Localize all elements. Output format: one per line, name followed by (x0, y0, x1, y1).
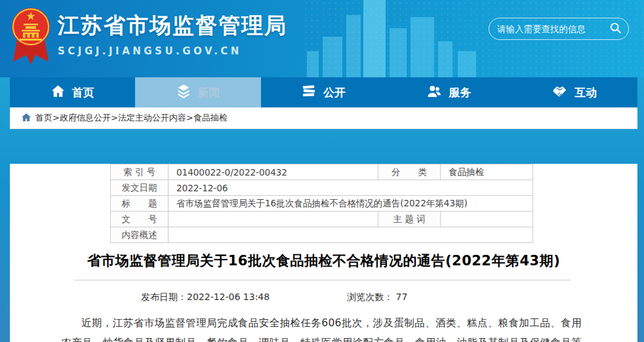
nav-item-label: 首页 (72, 85, 94, 100)
layers-icon (176, 84, 191, 102)
nav-item-services[interactable]: 服务 (386, 77, 512, 107)
meta-value-cell (441, 212, 533, 227)
search-icon (609, 22, 622, 36)
search-input[interactable] (497, 24, 609, 34)
site-url: SCJGJ.JIANGSU.GOV.CN (58, 45, 287, 57)
article-meta-row: 发布日期：2022-12-06 13:48 浏览次数： 77 (10, 292, 637, 303)
main-navigation: 首页 新闻 (10, 77, 637, 107)
city-skyline-decoration (307, 0, 491, 77)
meta-label-cell: 内容概述 (111, 227, 169, 243)
logo-text: 江苏省市场监督管理局 SCJGJ.JIANGSU.GOV.CN (58, 7, 287, 57)
national-emblem-icon (10, 7, 51, 68)
site-title: 江苏省市场监督管理局 (58, 11, 287, 41)
users-icon (427, 85, 441, 100)
search-box (489, 18, 629, 40)
article-body-paragraph: 近期，江苏省市场监督管理局完成食品安全抽检任务606批次，涉及蛋制品、酒类、糕点… (61, 313, 582, 342)
nav-item-label: 服务 (449, 85, 471, 100)
home-icon (51, 85, 65, 100)
nav-item-label: 公开 (323, 85, 346, 100)
table-row: 内容概述 (111, 227, 533, 243)
page: 江苏省市场监督管理局 SCJGJ.JIANGSU.GOV.CN (0, 0, 644, 342)
nav-item-label: 新闻 (198, 85, 220, 100)
meta-value-cell (169, 227, 533, 243)
books-icon (302, 85, 316, 100)
breadcrumb[interactable]: 首页>政府信息公开>法定主动公开内容>食品抽检 (35, 112, 228, 124)
handshake-icon (552, 85, 567, 100)
table-row: 索 引 号 01400022-0/2022-00432 分 类 食品抽检 (111, 164, 533, 180)
meta-value-cell: 2022-12-06 (169, 180, 533, 196)
meta-value-cell (169, 212, 378, 227)
table-row: 发文日期 2022-12-06 (111, 180, 533, 196)
page-title: 省市场监督管理局关于16批次食品抽检不合格情况的通告(2022年第43期) (10, 252, 637, 270)
nav-item-label: 互动 (574, 85, 597, 100)
meta-label-cell: 文 号 (111, 212, 169, 227)
meta-value-cell: 01400022-0/2022-00432 (169, 164, 378, 180)
meta-label-cell: 索 引 号 (111, 164, 169, 180)
table-row: 标 题 省市场监督管理局关于16批次食品抽检不合格情况的通告(2022年第43期… (111, 196, 533, 212)
nav-item-interaction[interactable]: 互动 (512, 77, 637, 107)
meta-label-cell: 标 题 (111, 196, 169, 212)
home-small-icon (22, 113, 31, 123)
main-container: 首页 新闻 (10, 77, 637, 342)
table-row: 文 号 主 题 词 (111, 212, 533, 227)
breadcrumb-bar: 首页>政府信息公开>法定主动公开内容>食品抽检 (10, 107, 637, 129)
site-header: 江苏省市场监督管理局 SCJGJ.JIANGSU.GOV.CN (0, 0, 644, 77)
title-divider (74, 280, 571, 280)
article-content-area: 索 引 号 01400022-0/2022-00432 分 类 食品抽检 发文日… (10, 164, 637, 342)
meta-label-cell: 发文日期 (111, 180, 169, 196)
nav-item-home[interactable]: 首页 (10, 77, 135, 107)
search-button[interactable] (609, 22, 622, 36)
meta-label-cell: 主 题 词 (378, 212, 441, 227)
meta-value-cell: 食品抽检 (441, 164, 533, 180)
document-meta-table: 索 引 号 01400022-0/2022-00432 分 类 食品抽检 发文日… (110, 164, 533, 243)
meta-label-cell: 分 类 (378, 164, 441, 180)
view-count: 浏览次数： 77 (347, 292, 407, 303)
nav-item-public[interactable]: 公开 (261, 77, 386, 107)
publish-date: 发布日期：2022-12-06 13:48 (141, 292, 270, 303)
meta-value-cell: 省市场监督管理局关于16批次食品抽检不合格情况的通告(2022年第43期) (169, 196, 533, 212)
site-logo[interactable]: 江苏省市场监督管理局 SCJGJ.JIANGSU.GOV.CN (10, 7, 287, 68)
nav-item-news[interactable]: 新闻 (135, 77, 260, 107)
